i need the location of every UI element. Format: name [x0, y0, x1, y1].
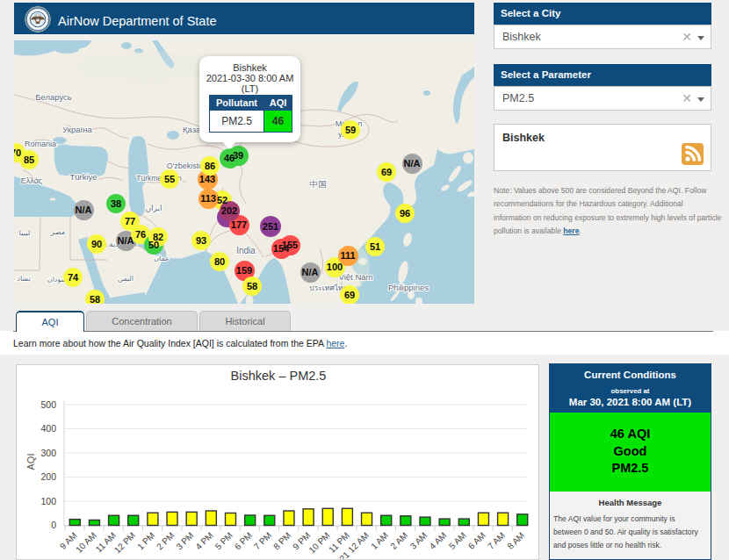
svg-text:Türkiye: Türkiye — [69, 172, 97, 182]
svg-text:2 PM: 2 PM — [155, 530, 176, 551]
svg-text:Bishkek – PM2.5: Bishkek – PM2.5 — [231, 369, 327, 383]
svg-text:200: 200 — [40, 471, 56, 482]
svg-text:Україна: Україна — [62, 125, 92, 134]
svg-text:1 PM: 1 PM — [135, 530, 156, 551]
svg-text:300: 300 — [40, 448, 56, 458]
svg-text:Romania: Romania — [25, 140, 56, 148]
svg-text:8 PM: 8 PM — [271, 530, 292, 551]
svg-text:中国: 中国 — [310, 179, 327, 189]
svg-text:7 PM: 7 PM — [252, 530, 273, 551]
svg-text:6 AM: 6 AM — [466, 530, 487, 551]
svg-text:4 PM: 4 PM — [193, 530, 214, 551]
svg-text:8 AM: 8 AM — [505, 530, 526, 551]
svg-text:مصر: مصر — [50, 227, 66, 236]
svg-text:Philippines: Philippines — [388, 283, 429, 292]
svg-text:3 AM: 3 AM — [408, 530, 429, 551]
svg-text:India: India — [236, 246, 256, 255]
svg-text:5 PM: 5 PM — [213, 530, 235, 551]
svg-text:2 AM: 2 AM — [388, 530, 409, 551]
svg-text:100: 100 — [40, 496, 56, 506]
svg-text:اليمن: اليمن — [118, 275, 134, 283]
svg-text:4 AM: 4 AM — [428, 530, 449, 551]
svg-text:400: 400 — [40, 423, 56, 434]
svg-text:Việt Nam: Việt Nam — [339, 272, 373, 282]
svg-text:AQI: AQI — [25, 454, 36, 470]
svg-text:10 PM: 10 PM — [307, 530, 331, 555]
svg-text:Беларусь: Беларусь — [35, 92, 72, 102]
svg-text:12 PM: 12 PM — [112, 530, 137, 555]
svg-text:10 AM: 10 AM — [74, 530, 98, 555]
svg-text:ليبيا: ليبيا — [19, 228, 31, 237]
svg-text:1 AM: 1 AM — [369, 530, 390, 551]
svg-text:500: 500 — [40, 399, 56, 410]
svg-text:6 PM: 6 PM — [233, 530, 254, 551]
svg-text:0: 0 — [51, 520, 56, 530]
svg-text:3 PM: 3 PM — [174, 530, 195, 551]
svg-text:Ελλάς: Ελλάς — [21, 176, 43, 185]
svg-text:7 AM: 7 AM — [486, 530, 507, 551]
svg-text:عمان: عمان — [154, 255, 170, 262]
svg-text:تشاد: تشاد — [17, 275, 30, 283]
svg-text:ایران: ایران — [145, 204, 162, 212]
svg-text:5 AM: 5 AM — [447, 530, 468, 551]
